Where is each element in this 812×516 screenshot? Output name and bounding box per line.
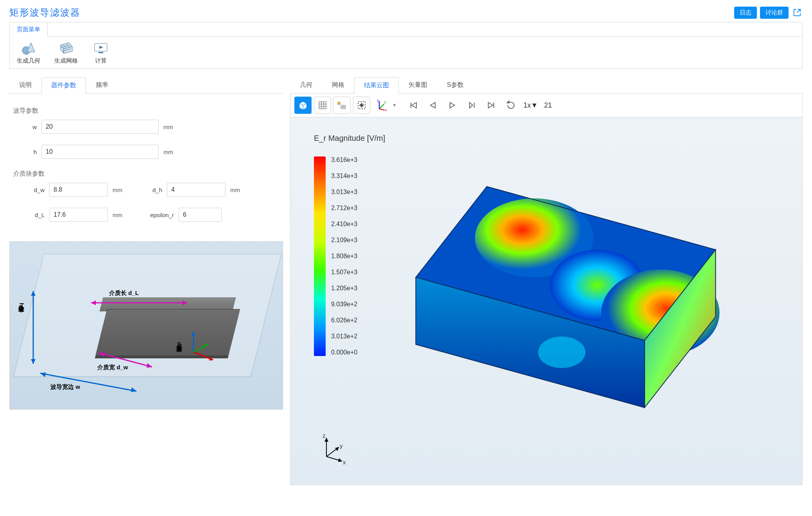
tick: 1.205e+3 <box>331 285 357 292</box>
tick: 6.026e+2 <box>331 317 357 324</box>
generate-mesh-button[interactable]: 生成网格 <box>54 41 78 65</box>
dh-input[interactable] <box>167 183 226 197</box>
schematic-triad-icon <box>182 329 217 364</box>
tick: 3.314e+3 <box>331 173 357 180</box>
tick: 3.013e+3 <box>331 189 357 196</box>
svg-text:x: x <box>385 108 387 111</box>
tick: 1.507e+3 <box>331 269 357 276</box>
svg-marker-28 <box>147 363 152 368</box>
h-input[interactable] <box>41 145 159 159</box>
tick: 3.616e+3 <box>331 156 357 164</box>
dL-label: d_L <box>21 212 45 218</box>
tick: 2.712e+3 <box>331 205 357 212</box>
dh-unit: mm <box>230 187 240 193</box>
svg-marker-51 <box>412 102 416 108</box>
loop-button[interactable] <box>502 97 520 114</box>
axes-orientation-button[interactable]: xyz <box>373 97 390 114</box>
dL-unit: mm <box>113 212 122 218</box>
svg-marker-22 <box>31 291 36 296</box>
schematic-arrow-dL <box>90 297 191 309</box>
next-frame-button[interactable] <box>463 97 480 114</box>
log-button[interactable]: 日志 <box>734 7 757 19</box>
schematic-arrow-wg-w <box>39 372 140 395</box>
svg-line-45 <box>379 109 385 110</box>
viewport-triad: x y z <box>319 433 350 464</box>
compute-label: 计算 <box>95 57 107 65</box>
tab-contour[interactable]: 结果云图 <box>354 77 399 93</box>
svg-marker-15 <box>192 332 195 336</box>
tick: 1.808e+3 <box>331 253 357 260</box>
svg-marker-19 <box>131 387 136 392</box>
grid-toggle-button[interactable] <box>314 97 331 114</box>
view-cube-button[interactable] <box>294 97 312 114</box>
svg-marker-25 <box>183 300 187 305</box>
svg-rect-35 <box>341 105 346 109</box>
svg-line-47 <box>379 104 384 109</box>
tick: 2.109e+3 <box>331 237 357 244</box>
er-input[interactable] <box>179 208 222 222</box>
tab-sparams[interactable]: S参数 <box>437 77 473 93</box>
dim-wg-h: 波导窄边 h <box>18 301 25 306</box>
tick: 0.000e+0 <box>331 349 357 356</box>
field-visualization <box>392 141 787 469</box>
mesh-icon <box>57 41 75 56</box>
compute-icon <box>92 41 110 56</box>
schematic-preview: 介质长 d_L 介质宽 d_w 介质高 d_h 波导宽边 w 波导窄边 h <box>9 241 283 410</box>
tick: 3.013e+2 <box>331 333 357 340</box>
step-multiplier[interactable]: 1x▼ <box>523 101 538 110</box>
schematic-arrow-wg-h <box>25 289 41 368</box>
result-viewport[interactable]: E_r Magnitude [V/m] 3.616e+3 3.314e+3 3.… <box>290 117 803 485</box>
h-label: h <box>21 149 37 155</box>
svg-marker-52 <box>430 102 435 108</box>
generate-geometry-label: 生成几何 <box>17 57 40 65</box>
plot-title: E_r Magnitude [V/m] <box>314 134 385 143</box>
svg-text:z: z <box>377 99 379 102</box>
dw-input[interactable] <box>49 183 108 197</box>
prev-frame-button[interactable] <box>424 97 441 114</box>
tab-vector[interactable]: 矢量图 <box>399 77 437 93</box>
tab-description[interactable]: 说明 <box>9 77 41 93</box>
tab-geometry[interactable]: 几何 <box>290 77 322 93</box>
tab-page-menu[interactable]: 页面菜单 <box>10 23 48 37</box>
last-frame-button[interactable] <box>483 97 500 114</box>
colorbar: 3.616e+3 3.314e+3 3.013e+3 2.712e+3 2.41… <box>314 156 357 356</box>
svg-marker-56 <box>507 101 509 103</box>
chevron-down-icon[interactable]: ▼ <box>392 102 397 108</box>
dim-d_L: 介质长 d_L <box>109 289 139 297</box>
svg-marker-43 <box>361 103 362 104</box>
svg-rect-34 <box>338 102 340 104</box>
fit-view-button[interactable] <box>353 97 370 114</box>
svg-marker-54 <box>470 102 473 108</box>
play-button[interactable] <box>444 97 461 114</box>
first-frame-button[interactable] <box>405 97 422 114</box>
dL-input[interactable] <box>49 208 108 222</box>
discuss-button[interactable]: 讨论群 <box>760 7 789 19</box>
svg-marker-29 <box>99 352 104 357</box>
dw-unit: mm <box>113 187 122 193</box>
viewport-toolbar: xyz ▼ 1x▼ 21 <box>290 93 803 117</box>
svg-rect-11 <box>99 52 103 53</box>
w-input[interactable] <box>41 120 159 134</box>
triad-z: z <box>323 432 326 439</box>
tab-mesh[interactable]: 网格 <box>322 77 354 93</box>
compute-button[interactable]: 计算 <box>92 41 110 65</box>
dielectric-section-title: 介质块参数 <box>13 170 281 178</box>
legend-toggle-button[interactable] <box>333 97 351 114</box>
tab-frequency[interactable]: 频率 <box>86 77 118 93</box>
generate-mesh-label: 生成网格 <box>54 57 78 65</box>
svg-marker-23 <box>31 359 36 364</box>
svg-point-70 <box>538 336 585 368</box>
dw-label: d_w <box>21 187 45 193</box>
svg-text:y: y <box>384 100 386 104</box>
svg-marker-26 <box>91 300 96 305</box>
waveguide-section-title: 波导参数 <box>13 107 281 115</box>
external-link-icon[interactable] <box>792 7 803 18</box>
geometry-icon <box>20 41 38 56</box>
w-label: w <box>21 124 37 130</box>
triad-y: y <box>340 442 343 449</box>
generate-geometry-button[interactable]: 生成几何 <box>17 41 40 65</box>
schematic-arrow-dw <box>97 351 156 370</box>
triad-x: x <box>343 459 346 466</box>
tab-device-params[interactable]: 器件参数 <box>41 77 86 93</box>
colorbar-ticks: 3.616e+3 3.314e+3 3.013e+3 2.712e+3 2.41… <box>331 156 357 356</box>
